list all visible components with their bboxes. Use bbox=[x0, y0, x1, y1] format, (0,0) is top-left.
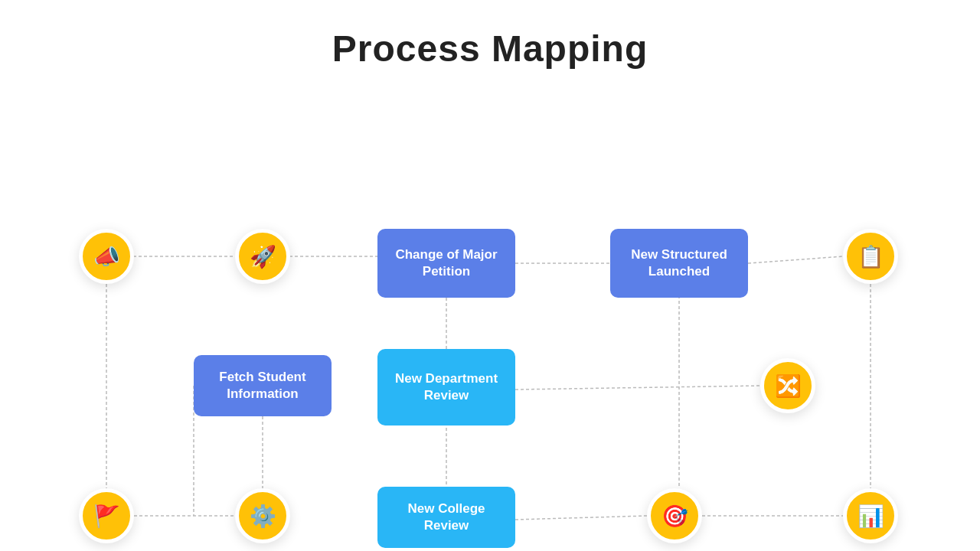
circle-clipboard: 📋 bbox=[843, 229, 898, 284]
circle-rocket: 🚀 bbox=[235, 229, 290, 284]
diagram-area: 📣 🚀 📋 🚩 ⚙️ 🔀 🎯 📊 Change of Major Petitio… bbox=[0, 77, 980, 551]
circle-gear: ⚙️ bbox=[235, 488, 290, 543]
box-new-college: New College Review bbox=[377, 487, 515, 548]
connectors-svg bbox=[0, 77, 980, 551]
circle-megaphone: 📣 bbox=[79, 229, 134, 284]
circle-target: 🎯 bbox=[647, 488, 702, 543]
circle-flag: 🚩 bbox=[79, 488, 134, 543]
svg-line-13 bbox=[515, 516, 647, 520]
circle-shuffle: 🔀 bbox=[760, 358, 815, 413]
box-new-department: New Department Review bbox=[377, 349, 515, 425]
box-change-major: Change of Major Petition bbox=[377, 229, 515, 298]
svg-line-3 bbox=[748, 256, 843, 263]
circle-chart: 📊 bbox=[843, 488, 898, 543]
box-new-structured: New Structured Launched bbox=[610, 229, 748, 298]
page-title: Process Mapping bbox=[0, 0, 980, 70]
svg-line-11 bbox=[515, 386, 760, 390]
box-fetch-student: Fetch Student Information bbox=[194, 355, 332, 416]
